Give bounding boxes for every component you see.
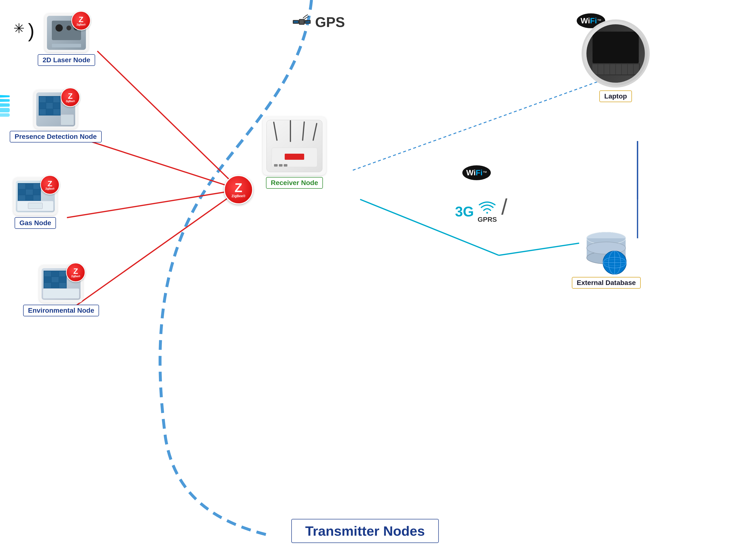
gas-node-label: Gas Node	[15, 217, 56, 229]
slash-divider: /	[501, 195, 507, 220]
wifi-middle-section: Wi Fi ™	[462, 165, 491, 180]
gprs-label: GPRS	[478, 216, 497, 223]
svg-line-1	[78, 137, 240, 190]
presence-node-label: Presence Detection Node	[10, 131, 102, 142]
gps-section: GPS	[292, 12, 345, 32]
wifi-middle-tm: ™	[483, 170, 487, 175]
central-zigbee-badge: Z ZigBee®	[224, 175, 253, 204]
laptop-circle	[582, 19, 650, 88]
presence-device-box: Z ZigBee®	[34, 90, 78, 129]
presence-zigbee-badge: Z ZigBee®	[61, 88, 80, 107]
environmental-node-label: Environmental Node	[23, 305, 99, 316]
svg-line-3	[77, 190, 240, 305]
laser-zigbee-z: Z	[79, 16, 83, 23]
gas-zigbee-badge: Z ZigBee®	[40, 175, 60, 195]
laser-zigbee-badge: Z ZigBee®	[71, 11, 91, 30]
wifi-middle-fi: Fi	[476, 168, 483, 177]
receiver-node-label: Receiver Node	[266, 177, 323, 189]
comm-section: 3G GPRS	[455, 199, 497, 223]
database-node-label: External Database	[572, 277, 641, 289]
laser-icon: ✳	[13, 21, 25, 36]
laser-node-container: ✳ ) Z ZigBee® 2D Laser Node	[38, 13, 95, 66]
presence-node-container: Z ZigBee® Presence Detection Node	[10, 90, 102, 142]
wifi-middle-badge: Wi Fi ™	[462, 165, 491, 180]
environmental-zigbee-badge: Z ZigBee®	[66, 263, 85, 282]
svg-line-6	[353, 78, 608, 170]
3g-section: 3G	[455, 203, 474, 220]
laser-node-label: 2D Laser Node	[38, 54, 95, 66]
environmental-device-box: Z ZigBee®	[39, 265, 83, 303]
laser-device-box: Z ZigBee®	[45, 13, 88, 52]
wifi-middle-label: Wi	[466, 168, 476, 177]
gas-node-container: Z ZigBee® Gas Node	[13, 178, 57, 229]
gprs-wifi-section: GPRS	[478, 199, 497, 223]
svg-rect-9	[299, 19, 304, 24]
laptop-node-label: Laptop	[599, 90, 632, 102]
database-icon	[582, 231, 631, 276]
presence-sensor-icon	[0, 95, 10, 117]
database-node-container: External Database	[572, 231, 641, 289]
svg-line-2	[67, 190, 240, 218]
wifi-arcs-icon	[478, 199, 497, 215]
gps-label: GPS	[315, 14, 345, 30]
svg-rect-10	[293, 20, 298, 23]
3g-label: 3G	[455, 203, 474, 220]
gas-device-box: Z ZigBee®	[13, 178, 57, 215]
svg-line-0	[97, 51, 240, 190]
laser-arc-icon: )	[28, 19, 35, 42]
laptop-node-container: Laptop	[582, 19, 650, 102]
gps-satellite-icon	[292, 12, 311, 32]
receiver-node-container: Receiver Node	[263, 117, 326, 189]
transmitter-nodes-section: Transmitter Nodes	[291, 517, 439, 543]
receiver-device-box	[263, 117, 326, 175]
transmitter-nodes-label: Transmitter Nodes	[291, 519, 439, 543]
environmental-node-container: Z ZigBee® Environmental Node	[23, 265, 99, 316]
svg-line-8	[499, 243, 579, 255]
